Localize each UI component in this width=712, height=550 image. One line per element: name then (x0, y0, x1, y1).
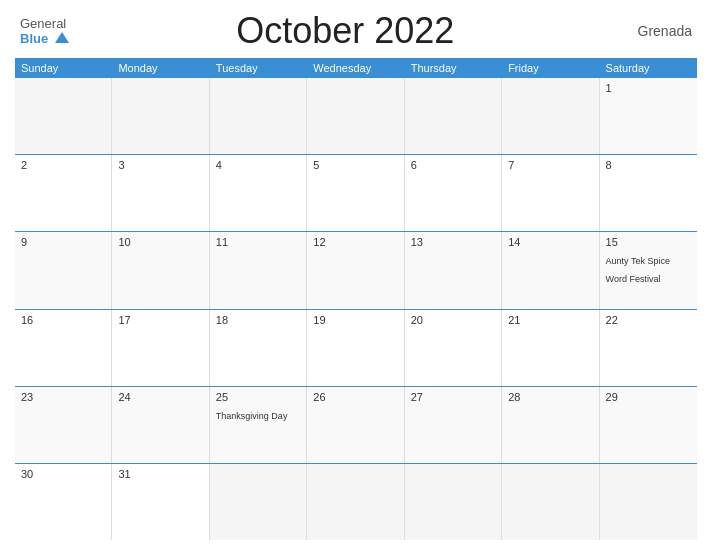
cal-cell: 6 (405, 155, 502, 231)
cal-cell (600, 464, 697, 540)
cal-cell: 23 (15, 387, 112, 463)
cell-number: 30 (21, 468, 105, 480)
day-header-saturday: Saturday (600, 58, 697, 78)
cal-cell: 3 (112, 155, 209, 231)
cal-row-3: 16171819202122 (15, 310, 697, 387)
cal-cell: 2 (15, 155, 112, 231)
cal-row-0: 1 (15, 78, 697, 155)
day-header-monday: Monday (112, 58, 209, 78)
logo-triangle-icon (55, 32, 69, 43)
cell-number: 13 (411, 236, 495, 248)
cal-cell: 12 (307, 232, 404, 308)
cell-number: 26 (313, 391, 397, 403)
cell-number: 27 (411, 391, 495, 403)
cal-cell: 16 (15, 310, 112, 386)
cell-number: 12 (313, 236, 397, 248)
calendar-title: October 2022 (69, 10, 622, 52)
cal-cell: 8 (600, 155, 697, 231)
cell-number: 21 (508, 314, 592, 326)
cell-number: 20 (411, 314, 495, 326)
cal-cell: 9 (15, 232, 112, 308)
cal-cell (405, 464, 502, 540)
cell-number: 4 (216, 159, 300, 171)
cal-cell: 26 (307, 387, 404, 463)
cell-number: 1 (606, 82, 691, 94)
cell-number: 16 (21, 314, 105, 326)
day-header-wednesday: Wednesday (307, 58, 404, 78)
cal-cell: 20 (405, 310, 502, 386)
cell-number: 22 (606, 314, 691, 326)
cell-number: 9 (21, 236, 105, 248)
days-header: SundayMondayTuesdayWednesdayThursdayFrid… (15, 58, 697, 78)
cal-cell: 4 (210, 155, 307, 231)
cal-cell: 27 (405, 387, 502, 463)
day-header-thursday: Thursday (405, 58, 502, 78)
cal-cell: 30 (15, 464, 112, 540)
cell-event: Aunty Tek Spice Word Festival (606, 256, 670, 284)
day-header-friday: Friday (502, 58, 599, 78)
header: General Blue October 2022 Grenada (15, 10, 697, 52)
calendar: SundayMondayTuesdayWednesdayThursdayFrid… (15, 58, 697, 540)
cal-cell: 21 (502, 310, 599, 386)
cal-cell (15, 78, 112, 154)
cal-cell (307, 464, 404, 540)
cal-row-2: 9101112131415Aunty Tek Spice Word Festiv… (15, 232, 697, 309)
day-header-sunday: Sunday (15, 58, 112, 78)
cell-number: 2 (21, 159, 105, 171)
cal-cell: 28 (502, 387, 599, 463)
cell-number: 23 (21, 391, 105, 403)
cell-number: 7 (508, 159, 592, 171)
cell-number: 31 (118, 468, 202, 480)
cal-cell: 29 (600, 387, 697, 463)
cal-cell (502, 78, 599, 154)
cal-cell: 7 (502, 155, 599, 231)
cal-cell: 11 (210, 232, 307, 308)
cal-cell: 24 (112, 387, 209, 463)
calendar-page: General Blue October 2022 Grenada Sunday… (0, 0, 712, 550)
cell-number: 28 (508, 391, 592, 403)
cal-cell: 14 (502, 232, 599, 308)
logo: General Blue (20, 17, 69, 46)
cal-cell: 22 (600, 310, 697, 386)
cal-cell: 19 (307, 310, 404, 386)
cal-cell: 31 (112, 464, 209, 540)
cell-number: 11 (216, 236, 300, 248)
cal-cell: 1 (600, 78, 697, 154)
cal-row-4: 232425Thanksgiving Day26272829 (15, 387, 697, 464)
cell-number: 18 (216, 314, 300, 326)
cal-row-5: 3031 (15, 464, 697, 540)
cell-event: Thanksgiving Day (216, 411, 288, 421)
cal-cell (502, 464, 599, 540)
cal-cell: 18 (210, 310, 307, 386)
cell-number: 10 (118, 236, 202, 248)
cal-cell: 25Thanksgiving Day (210, 387, 307, 463)
cell-number: 29 (606, 391, 691, 403)
cal-cell: 15Aunty Tek Spice Word Festival (600, 232, 697, 308)
cell-number: 8 (606, 159, 691, 171)
cell-number: 17 (118, 314, 202, 326)
cal-cell (405, 78, 502, 154)
cal-cell: 13 (405, 232, 502, 308)
day-header-tuesday: Tuesday (210, 58, 307, 78)
cal-cell: 17 (112, 310, 209, 386)
calendar-grid: 123456789101112131415Aunty Tek Spice Wor… (15, 78, 697, 540)
country-label: Grenada (622, 23, 692, 39)
cell-number: 5 (313, 159, 397, 171)
cal-row-1: 2345678 (15, 155, 697, 232)
cal-cell (112, 78, 209, 154)
cal-cell (307, 78, 404, 154)
cell-number: 15 (606, 236, 691, 248)
cell-number: 19 (313, 314, 397, 326)
cal-cell (210, 78, 307, 154)
cal-cell: 5 (307, 155, 404, 231)
logo-blue-text: Blue (20, 30, 69, 46)
cell-number: 14 (508, 236, 592, 248)
cell-number: 24 (118, 391, 202, 403)
cell-number: 6 (411, 159, 495, 171)
cell-number: 3 (118, 159, 202, 171)
cal-cell: 10 (112, 232, 209, 308)
cal-cell (210, 464, 307, 540)
logo-general-text: General (20, 17, 69, 30)
cell-number: 25 (216, 391, 300, 403)
